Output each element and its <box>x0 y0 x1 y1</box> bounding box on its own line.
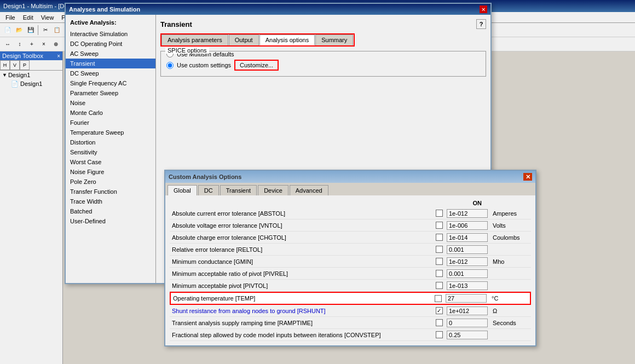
analysis-trace-width[interactable]: Trace Width <box>66 197 155 206</box>
checkbox-rshunt[interactable]: ✓ <box>436 307 443 314</box>
param-checkbox-vntol[interactable] <box>434 222 444 229</box>
param-name-rshunt: Shunt resistance from analog nodes to gr… <box>170 308 434 314</box>
analysis-monte-carlo[interactable]: Monte Carlo <box>66 108 155 118</box>
input-gmin[interactable] <box>447 257 488 266</box>
param-checkbox-chgtol[interactable] <box>434 234 444 241</box>
checkbox-reltol[interactable] <box>436 246 443 253</box>
param-checkbox-rshunt[interactable]: ✓ <box>434 307 444 314</box>
input-abstol[interactable] <box>447 209 488 218</box>
input-pivtol[interactable] <box>447 281 488 290</box>
checkbox-pivrel[interactable] <box>436 270 443 277</box>
tree-root[interactable]: ▼ Design1 <box>0 71 62 79</box>
radio-custom-settings[interactable] <box>166 62 174 69</box>
tb2-b2[interactable]: ↕ <box>14 39 25 50</box>
param-name-temp: Operating temperature [TEMP] <box>171 295 432 302</box>
analysis-noise-figure[interactable]: Noise Figure <box>66 167 155 177</box>
checkbox-ramptime[interactable] <box>436 319 443 326</box>
param-value-chgtol <box>447 233 490 242</box>
tb-open[interactable]: 📂 <box>14 25 25 36</box>
menu-view[interactable]: View <box>38 14 57 21</box>
toolbox-header: Design Toolbox × <box>0 51 62 60</box>
customize-button[interactable]: Customize... <box>234 60 279 71</box>
param-checkbox-gmin[interactable] <box>434 258 444 265</box>
tb2-b5[interactable]: ⊕ <box>50 39 61 50</box>
param-checkbox-reltol[interactable] <box>434 246 444 253</box>
custom-close-btn[interactable]: ✕ <box>523 173 532 181</box>
param-unit-ramptime: Seconds <box>493 320 531 326</box>
param-checkbox-convstep[interactable] <box>434 331 444 338</box>
toolbox-close-btn[interactable]: × <box>57 53 60 59</box>
analysis-interactive-sim[interactable]: Interactive Simulation <box>66 29 155 39</box>
checkbox-gmin[interactable] <box>436 258 443 265</box>
analysis-dc-op[interactable]: DC Operating Point <box>66 39 155 49</box>
analysis-pole-zero[interactable]: Pole Zero <box>66 177 155 187</box>
tb-new[interactable]: 📄 <box>2 25 13 36</box>
param-unit-rshunt: Ω <box>493 308 531 314</box>
tb2-b1[interactable]: ↔ <box>2 39 13 50</box>
tb-cut[interactable]: ✂ <box>40 25 51 36</box>
param-checkbox-ramptime[interactable] <box>434 319 444 326</box>
analysis-transient[interactable]: Transient <box>66 59 155 68</box>
custom-tab-global[interactable]: Global <box>168 185 197 195</box>
analysis-batched[interactable]: Batched <box>66 206 155 216</box>
analysis-dc-sweep[interactable]: DC Sweep <box>66 68 155 78</box>
menu-file[interactable]: File <box>2 14 19 21</box>
analysis-worst-case[interactable]: Worst Case <box>66 157 155 167</box>
tab-output[interactable]: Output <box>229 34 259 45</box>
checkbox-vntol[interactable] <box>436 222 443 229</box>
checkbox-temp[interactable] <box>435 295 442 302</box>
toolbox-tab-2[interactable]: V <box>10 60 20 70</box>
tb2-b4[interactable]: × <box>38 39 49 50</box>
param-checkbox-temp[interactable] <box>432 295 443 302</box>
param-checkbox-abstol[interactable] <box>434 210 444 217</box>
analyses-close-btn[interactable]: ✕ <box>480 5 487 13</box>
custom-tab-device[interactable]: Device <box>258 185 288 195</box>
analysis-transfer-fn[interactable]: Transfer Function <box>66 187 155 197</box>
input-ramptime[interactable] <box>447 319 488 327</box>
toolbox-tab-1[interactable]: H <box>0 60 10 70</box>
input-vntol[interactable] <box>447 221 488 230</box>
custom-tab-dc[interactable]: DC <box>198 185 219 195</box>
param-name-chgtol: Absolute charge error tolerance [CHGTOL] <box>170 234 434 241</box>
analysis-temp-sweep[interactable]: Temperature Sweep <box>66 128 155 137</box>
checkbox-chgtol[interactable] <box>436 234 443 241</box>
toolbox-tab-3[interactable]: P <box>20 60 30 70</box>
menu-edit[interactable]: Edit <box>20 14 37 21</box>
param-checkbox-pivrel[interactable] <box>434 270 444 277</box>
analysis-user-defined[interactable]: User-Defined <box>66 216 155 226</box>
checkbox-convstep[interactable] <box>436 331 443 338</box>
input-pivrel[interactable] <box>447 269 488 278</box>
input-reltol[interactable] <box>447 245 488 254</box>
analyses-titlebar: Analyses and Simulation ✕ <box>66 4 490 15</box>
analysis-param-sweep[interactable]: Parameter Sweep <box>66 88 155 98</box>
param-checkbox-pivtol[interactable] <box>434 282 444 289</box>
input-chgtol[interactable] <box>447 233 488 242</box>
analysis-fourier[interactable]: Fourier <box>66 118 155 128</box>
analysis-sensitivity[interactable]: Sensitivity <box>66 147 155 157</box>
custom-tab-transient[interactable]: Transient <box>220 185 257 195</box>
input-temp[interactable] <box>446 294 487 303</box>
param-row-ramptime: Transient analysis supply ramping time [… <box>170 317 531 329</box>
analysis-ac-sweep[interactable]: AC Sweep <box>66 49 155 59</box>
tb-copy[interactable]: 📋 <box>51 25 62 36</box>
analysis-single-freq-ac[interactable]: Single Frequency AC <box>66 78 155 88</box>
param-row-pivrel: Minimum acceptable ratio of pivot [PIVRE… <box>170 268 531 280</box>
tab-analysis-options[interactable]: Analysis options <box>259 34 315 45</box>
analysis-noise[interactable]: Noise <box>66 98 155 108</box>
custom-tab-advanced[interactable]: Advanced <box>290 185 328 195</box>
checkbox-pivtol[interactable] <box>436 282 443 289</box>
custom-content: ON Absolute current error tolerance [ABS… <box>165 195 535 345</box>
input-rshunt[interactable] <box>447 307 488 315</box>
tree-child[interactable]: 📄 Design1 <box>0 79 62 89</box>
param-value-abstol <box>447 209 490 218</box>
help-button[interactable]: ? <box>476 19 486 29</box>
tab-analysis-params[interactable]: Analysis parameters <box>161 34 228 45</box>
tb2-b3[interactable]: + <box>26 39 37 50</box>
param-name-reltol: Relative error tolerance [RELTOL] <box>170 246 434 253</box>
tb-save[interactable]: 💾 <box>25 25 36 36</box>
param-value-reltol <box>447 245 490 254</box>
tab-summary[interactable]: Summary <box>315 34 353 45</box>
checkbox-abstol[interactable] <box>436 210 443 217</box>
input-convstep[interactable] <box>447 331 488 339</box>
analysis-distortion[interactable]: Distortion <box>66 137 155 147</box>
